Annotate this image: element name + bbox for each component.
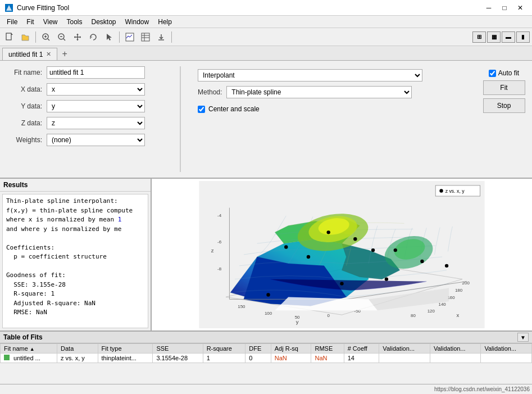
- table-scroll[interactable]: Fit name ▲ Data Fit type SSE R-square DF…: [0, 343, 532, 384]
- menu-fit[interactable]: Fit: [22, 17, 38, 27]
- fits-table: Fit name ▲ Data Fit type SSE R-square DF…: [0, 343, 532, 363]
- fit-buttons-section: Auto fit Fit Stop: [481, 66, 526, 172]
- tab-add-btn[interactable]: +: [57, 48, 71, 60]
- x-data-row: X data: x: [6, 83, 163, 96]
- z-tick-neg4: -4: [217, 213, 222, 218]
- view-btn-3[interactable]: ▬: [502, 31, 515, 43]
- menu-file[interactable]: File: [2, 17, 22, 27]
- form-section: Fit name: X data: x Y data: y Z data: z: [6, 66, 163, 172]
- toolbar-new-btn[interactable]: [2, 30, 17, 44]
- method-select[interactable]: Thin-plate spline: [226, 86, 412, 98]
- y-axis-label: y: [296, 319, 299, 325]
- form-sep: [180, 66, 181, 172]
- svg-rect-14: [142, 33, 149, 41]
- menu-help[interactable]: Help: [153, 17, 176, 27]
- col-data[interactable]: Data: [57, 344, 98, 354]
- toolbar-cursor-btn[interactable]: [102, 30, 116, 44]
- fit-button[interactable]: Fit: [483, 80, 525, 95]
- results-content[interactable]: Thin-plate spline interpolant: f(x,y) = …: [2, 194, 148, 328]
- col-val2[interactable]: Validation...: [430, 344, 481, 354]
- auto-fit-row: Auto fit: [489, 69, 519, 77]
- stop-button[interactable]: Stop: [483, 98, 525, 113]
- fit-name-row: Fit name:: [6, 66, 163, 79]
- data-point-9: [420, 260, 424, 263]
- results-rmse: RMSE: NaN: [6, 309, 47, 316]
- toolbar-rotate-btn[interactable]: [86, 30, 101, 44]
- cell-rsquare: 1: [203, 354, 245, 363]
- center-scale-label[interactable]: Center and scale: [208, 105, 260, 113]
- svg-line-7: [63, 39, 65, 40]
- menu-tools[interactable]: Tools: [62, 17, 87, 27]
- data-point-3: [327, 230, 330, 234]
- table-row[interactable]: untitled ... z vs. x, y thinplateint... …: [1, 354, 532, 363]
- x-data-select[interactable]: x: [47, 83, 145, 96]
- toolbar-plot-btn[interactable]: [122, 30, 137, 44]
- x-tick-80: 80: [411, 313, 416, 318]
- col-fit-type[interactable]: Fit type: [98, 344, 153, 354]
- top-panel: Fit name: X data: x Y data: y Z data: z: [0, 61, 532, 179]
- table-collapse-btn[interactable]: ▼: [517, 333, 529, 342]
- cell-val3: [481, 354, 532, 363]
- results-line-2: f(x,y) = thin-plate spline compute: [6, 207, 133, 214]
- col-dfe[interactable]: DFE: [245, 344, 271, 354]
- cell-rmse: NaN: [311, 354, 344, 363]
- data-point-4: [353, 237, 357, 241]
- results-rsquare: R-square: 1: [6, 290, 54, 297]
- title-bar: Curve Fitting Tool ─ □ ✕: [0, 0, 532, 16]
- center-scale-checkbox[interactable]: [198, 106, 205, 113]
- center-scale-row: Center and scale: [198, 105, 470, 113]
- toolbar-pan-btn[interactable]: [70, 30, 85, 44]
- z-tick-neg6: -6: [217, 239, 222, 244]
- view-btn-2[interactable]: ▦: [487, 31, 501, 43]
- toolbar-table-btn[interactable]: [138, 30, 153, 44]
- bottom-section: Results Thin-plate spline interpolant: f…: [0, 179, 532, 330]
- col-sse[interactable]: SSE: [153, 344, 203, 354]
- cell-data: z vs. x, y: [57, 354, 98, 363]
- svg-line-3: [48, 39, 49, 40]
- col-adj-rsq[interactable]: Adj R-sq: [271, 344, 311, 354]
- cell-fit-type: thinplateint...: [98, 354, 153, 363]
- close-button[interactable]: ✕: [513, 2, 528, 13]
- results-sse: SSE: 3.155e-28: [6, 281, 66, 288]
- minimize-button[interactable]: ─: [481, 2, 496, 13]
- menu-desktop[interactable]: Desktop: [87, 17, 121, 27]
- data-point-5: [371, 248, 375, 252]
- view-btn-1[interactable]: ⊞: [472, 31, 486, 43]
- view-btn-4[interactable]: ▮: [516, 31, 530, 43]
- app-icon: [4, 3, 13, 12]
- toolbar-export-btn[interactable]: [154, 30, 169, 44]
- cell-fit-name: untitled ...: [1, 354, 57, 363]
- toolbar-sep-3: [171, 31, 172, 43]
- weights-select[interactable]: (none): [47, 134, 145, 146]
- chart-svg: z vs. x, y y x z -4 -6 -8 80 120 140: [154, 181, 530, 328]
- col-val3[interactable]: Validation...: [481, 344, 532, 354]
- x-axis-label: x: [457, 312, 460, 318]
- x-tick-140: 140: [439, 302, 447, 307]
- cell-val1: [379, 354, 430, 363]
- fit-name-input[interactable]: [47, 66, 145, 79]
- menu-view[interactable]: View: [39, 17, 62, 27]
- col-fit-name[interactable]: Fit name ▲: [1, 344, 57, 354]
- status-bar: https://blog.csdn.net/weixin_41122036: [0, 384, 532, 394]
- maximize-button[interactable]: □: [497, 2, 512, 13]
- toolbar-zoom-out-btn[interactable]: [54, 30, 69, 44]
- results-coeff-header: Coefficients:: [6, 244, 54, 251]
- fitting-section: Interpolant Method: Thin-plate spline Ce…: [198, 66, 470, 172]
- y-data-select[interactable]: y: [47, 100, 145, 112]
- auto-fit-checkbox[interactable]: [489, 70, 496, 77]
- data-point-7: [340, 282, 343, 285]
- z-data-select[interactable]: z: [47, 117, 145, 129]
- tab-untitled-fit-1[interactable]: untitled fit 1 ✕: [2, 48, 57, 60]
- col-rmse[interactable]: RMSE: [311, 344, 344, 354]
- fit-type-select[interactable]: Interpolant: [198, 69, 422, 81]
- tab-close-btn[interactable]: ✕: [46, 51, 51, 58]
- auto-fit-label[interactable]: Auto fit: [498, 69, 519, 77]
- cell-dfe: 0: [245, 354, 271, 363]
- col-val1[interactable]: Validation...: [379, 344, 430, 354]
- menu-window[interactable]: Window: [121, 17, 154, 27]
- col-rsquare[interactable]: R-square: [203, 344, 245, 354]
- col-ncoeff[interactable]: # Coeff: [344, 344, 379, 354]
- toolbar-open-btn[interactable]: [18, 30, 33, 44]
- z-axis-label: z: [211, 247, 214, 253]
- toolbar-zoom-in-btn[interactable]: [39, 30, 53, 44]
